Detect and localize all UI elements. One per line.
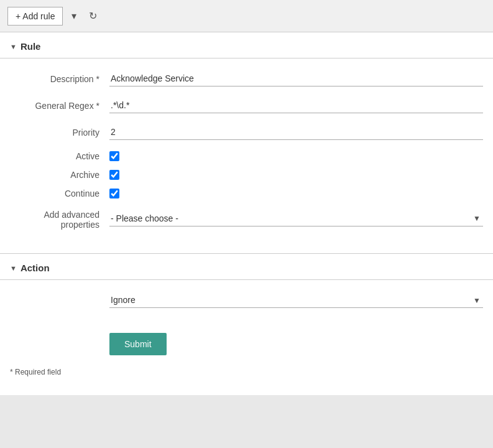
rule-collapse-icon[interactable]: ▼ [10,43,17,50]
action-section: ▼ Action Ignore Allow Block Alert ▼ [0,254,493,327]
action-select-wrapper: Ignore Allow Block Alert ▼ [109,292,483,308]
action-collapse-icon[interactable]: ▼ [10,264,17,272]
main-content: ▼ Rule Description * General Regex * Pri… [0,32,493,395]
action-select[interactable]: Ignore Allow Block Alert [109,292,483,308]
add-rule-label: + Add rule [16,11,55,21]
action-select-row: Ignore Allow Block Alert ▼ [10,292,483,308]
description-label: Description * [10,74,109,84]
continue-label: Continue [10,189,109,198]
action-form-body: Ignore Allow Block Alert ▼ [0,280,493,327]
submit-button[interactable]: Submit [109,333,167,355]
active-row: Active [10,151,483,161]
general-regex-input[interactable] [109,98,483,113]
general-regex-label: General Regex * [10,101,109,111]
refresh-icon: ↻ [89,11,97,21]
chevron-down-icon: ▾ [71,11,76,21]
continue-checkbox[interactable] [109,189,119,198]
active-label: Active [10,151,109,161]
action-section-header: ▼ Action [0,254,493,280]
rule-form-body: Description * General Regex * Priority A… [0,58,493,253]
submit-row: Submit [0,327,493,362]
add-rule-button[interactable]: + Add rule [7,7,63,26]
archive-checkbox[interactable] [109,170,119,180]
priority-input[interactable] [109,124,483,140]
toolbar: + Add rule ▾ ↻ [0,0,493,32]
active-checkbox[interactable] [109,151,119,161]
rule-section-header: ▼ Rule [0,32,493,58]
description-input[interactable] [109,71,483,86]
refresh-button[interactable]: ↻ [85,7,101,24]
advanced-properties-select-wrapper: - Please choose - Option 1 Option 2 ▼ [109,211,483,226]
description-row: Description * [10,71,483,86]
advanced-properties-select[interactable]: - Please choose - Option 1 Option 2 [109,211,483,226]
priority-label: Priority [10,128,109,138]
rule-section: ▼ Rule Description * General Regex * Pri… [0,32,493,253]
archive-row: Archive [10,170,483,180]
priority-row: Priority [10,124,483,140]
dropdown-button[interactable]: ▾ [68,7,80,24]
advanced-properties-label: Add advanced properties [10,207,109,230]
continue-row: Continue [10,189,483,198]
action-section-title: Action [21,263,50,273]
advanced-properties-row: Add advanced properties - Please choose … [10,207,483,230]
required-note: * Required field [0,362,493,383]
general-regex-row: General Regex * [10,98,483,113]
rule-section-title: Rule [21,41,41,52]
archive-label: Archive [10,170,109,180]
